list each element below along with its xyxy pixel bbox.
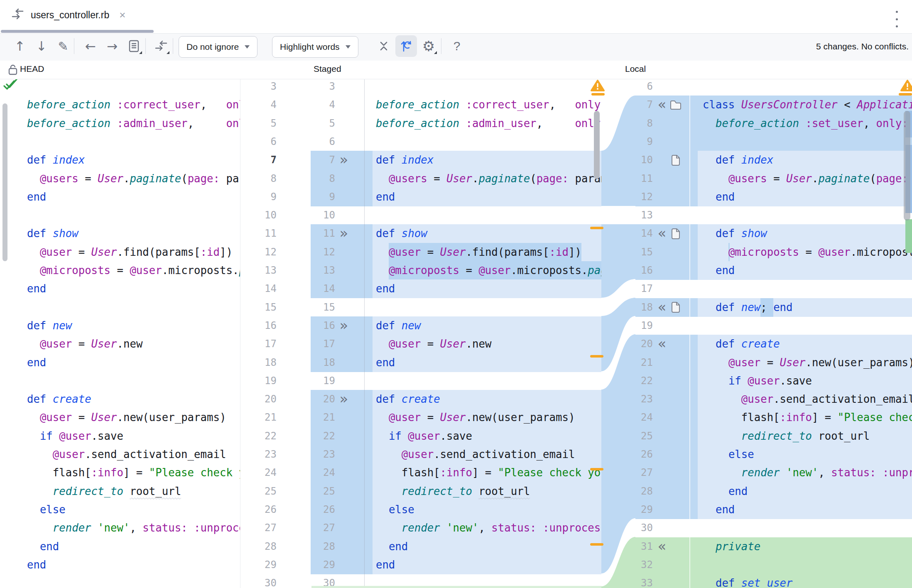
staged-code-line[interactable]: if @user.save bbox=[363, 427, 601, 446]
local-code-line[interactable]: end bbox=[703, 188, 912, 206]
apply-change-right-button[interactable]: » bbox=[336, 224, 352, 243]
staged-code-line[interactable]: render 'new', status: :unproces bbox=[363, 519, 601, 537]
staged-code-line[interactable] bbox=[363, 298, 601, 317]
apply-change-right-button[interactable]: » bbox=[336, 390, 352, 409]
local-code-line[interactable]: @user.send_activation_email bbox=[703, 390, 912, 409]
apply-change-left-button[interactable]: « bbox=[654, 298, 670, 317]
staged-code-line[interactable]: @users = User.paginate(page: param bbox=[363, 169, 601, 188]
local-code-line[interactable]: redirect_to root_url bbox=[703, 427, 912, 446]
staged-code-line[interactable]: def show bbox=[363, 224, 601, 243]
head-scrollbar[interactable] bbox=[2, 103, 7, 261]
local-code-line[interactable]: def index bbox=[703, 151, 912, 169]
apply-change-right-button[interactable]: » bbox=[336, 316, 352, 335]
staged-code-line[interactable]: end bbox=[363, 556, 601, 574]
local-code-line[interactable]: private bbox=[703, 537, 912, 556]
local-code-line[interactable]: def set_user bbox=[703, 574, 912, 588]
local-code-line[interactable] bbox=[703, 132, 912, 151]
staged-code-line[interactable]: @user = User.find(params[:id]) bbox=[363, 243, 601, 262]
arrow-right-button[interactable]: → bbox=[101, 35, 123, 57]
ignore-whitespace-dropdown[interactable]: Do not ignore bbox=[179, 36, 257, 58]
edit-icon[interactable]: ✎ bbox=[52, 35, 74, 57]
local-scrollbar[interactable] bbox=[904, 111, 910, 220]
help-icon[interactable]: ? bbox=[446, 35, 468, 57]
staged-code-line[interactable] bbox=[363, 79, 601, 96]
folder-icon[interactable] bbox=[669, 96, 682, 114]
more-options-icon[interactable] bbox=[894, 10, 900, 28]
local-code-line[interactable]: else bbox=[703, 445, 912, 464]
local-change-bar bbox=[689, 261, 698, 280]
staged-code-line[interactable]: end bbox=[363, 353, 601, 372]
changelist-icon[interactable] bbox=[123, 35, 145, 57]
apply-change-left-button[interactable]: « bbox=[654, 335, 670, 353]
file-icon[interactable] bbox=[669, 224, 681, 243]
local-code-line[interactable]: @microposts = @user.microposts bbox=[703, 243, 912, 262]
line-number: 22 bbox=[291, 427, 335, 446]
head-code-line bbox=[14, 298, 240, 317]
local-code-line[interactable] bbox=[703, 316, 912, 335]
local-code-line[interactable] bbox=[703, 556, 912, 574]
local-code-line[interactable]: before_action :set_user, only: bbox=[703, 114, 912, 133]
staged-code-line[interactable]: before_action :admin_user, only bbox=[363, 114, 601, 133]
staged-scrollbar[interactable] bbox=[594, 111, 600, 179]
staged-code-line[interactable]: def create bbox=[363, 390, 601, 409]
local-code-line[interactable] bbox=[703, 79, 912, 96]
staged-code-line[interactable]: def index bbox=[363, 151, 601, 169]
local-code-line[interactable] bbox=[703, 206, 912, 225]
apply-change-left-button[interactable]: « bbox=[654, 96, 670, 114]
tab-bar: users_controller.rb × bbox=[0, 0, 912, 33]
line-number: 9 bbox=[291, 188, 335, 206]
local-code-line[interactable]: def create bbox=[703, 335, 912, 353]
collapse-unchanged-icon[interactable] bbox=[373, 35, 395, 57]
local-code-line[interactable]: end bbox=[703, 500, 912, 519]
local-code-line[interactable]: @user = User.new(user_params) bbox=[703, 353, 912, 372]
local-code-line[interactable]: flash[:info] = "Please chec bbox=[703, 408, 912, 427]
staged-code-line[interactable]: @microposts = @user.microposts.pagi bbox=[363, 261, 601, 280]
staged-code-line[interactable]: def new bbox=[363, 316, 601, 335]
staged-code-line[interactable]: before_action :correct_user, only bbox=[363, 96, 601, 114]
local-code-line[interactable]: @users = User.paginate(page: p bbox=[703, 169, 912, 188]
head-code-line: redirect_to root_url bbox=[14, 482, 240, 501]
head-code-line: end bbox=[14, 556, 240, 574]
warning-icon bbox=[591, 79, 605, 93]
local-code-line[interactable]: render 'new', status: :unpr bbox=[703, 463, 912, 482]
merge-arrows-icon[interactable] bbox=[150, 35, 172, 57]
apply-change-right-button[interactable]: » bbox=[336, 151, 352, 169]
staged-code-line[interactable]: @user.send_activation_email bbox=[363, 445, 601, 464]
tab-close-icon[interactable]: × bbox=[119, 9, 125, 22]
local-code-line[interactable]: if @user.save bbox=[703, 372, 912, 390]
file-icon[interactable] bbox=[669, 298, 681, 317]
sync-scrolling-icon[interactable] bbox=[395, 35, 417, 57]
local-code-line[interactable]: def new; end bbox=[703, 298, 912, 317]
apply-change-left-button[interactable]: « bbox=[654, 224, 670, 243]
previous-change-button[interactable]: ↑ bbox=[9, 35, 31, 57]
tab-users-controller[interactable]: users_controller.rb × bbox=[0, 0, 125, 30]
local-code-line[interactable]: def show bbox=[703, 224, 912, 243]
highlight-mode-dropdown[interactable]: Highlight words bbox=[272, 36, 358, 58]
local-code-line[interactable] bbox=[703, 519, 912, 537]
settings-gear-icon[interactable]: ⚙ bbox=[418, 35, 439, 57]
local-change-bar bbox=[689, 353, 698, 372]
line-number: 29 bbox=[291, 556, 335, 574]
staged-code-line[interactable] bbox=[363, 372, 601, 390]
staged-code-line[interactable]: else bbox=[363, 500, 601, 519]
local-code-line[interactable]: class UsersController < ApplicationCon bbox=[703, 96, 912, 114]
staged-code-line[interactable]: end bbox=[363, 537, 601, 556]
staged-code-line[interactable] bbox=[363, 132, 601, 151]
staged-code-line[interactable]: end bbox=[363, 188, 601, 206]
staged-gutter-separator bbox=[364, 79, 365, 588]
staged-code-line[interactable]: end bbox=[363, 279, 601, 298]
staged-code-line[interactable]: @user = User.new bbox=[363, 335, 601, 353]
arrow-left-button[interactable]: ← bbox=[80, 35, 101, 57]
next-change-button[interactable]: ↓ bbox=[31, 35, 52, 57]
file-icon[interactable] bbox=[669, 151, 681, 169]
local-code-line[interactable]: end bbox=[703, 261, 912, 280]
staged-code-line[interactable]: redirect_to root_url bbox=[363, 482, 601, 501]
lock-icon bbox=[7, 64, 18, 78]
apply-change-left-button[interactable]: « bbox=[654, 537, 670, 556]
staged-code-line[interactable]: @user = User.new(user_params) bbox=[363, 408, 601, 427]
local-code-line[interactable]: end bbox=[703, 482, 912, 501]
local-code-line[interactable] bbox=[703, 279, 912, 298]
staged-code-line[interactable] bbox=[363, 206, 601, 225]
change-marker-dash bbox=[591, 93, 605, 96]
staged-code-line[interactable]: flash[:info] = "Please check yo bbox=[363, 463, 601, 482]
